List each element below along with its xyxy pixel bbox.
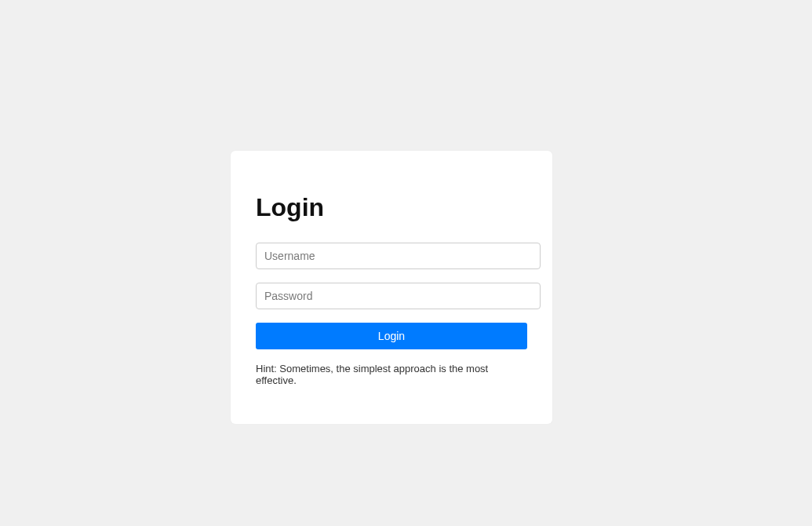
login-card: Login Login Hint: Sometimes, the simples… xyxy=(231,151,552,424)
login-title: Login xyxy=(256,193,527,222)
username-input[interactable] xyxy=(256,243,541,269)
login-button[interactable]: Login xyxy=(256,323,527,349)
hint-text: Hint: Sometimes, the simplest approach i… xyxy=(256,363,527,386)
password-input[interactable] xyxy=(256,283,541,309)
